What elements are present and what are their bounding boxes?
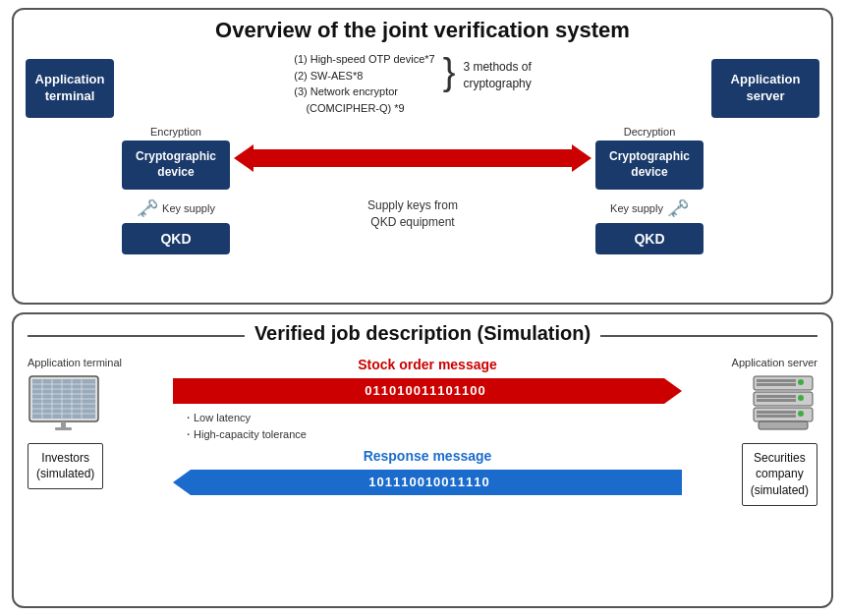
method-3b: (COMCIPHER-Q) *9 <box>294 100 434 117</box>
middle-row: Encryption Cryptographicdevice <box>122 126 704 190</box>
bottom-right: Application server <box>690 357 817 506</box>
brace-icon: } <box>443 53 456 90</box>
red-arrow-head <box>664 378 682 404</box>
decryption-label: Decryption <box>624 126 676 138</box>
server-icon <box>749 374 817 433</box>
arrow-body <box>254 149 572 167</box>
crypto-device-left: Cryptographicdevice <box>122 140 230 190</box>
app-terminal-box: Application terminal <box>26 59 114 118</box>
arrow-head-right <box>572 144 592 172</box>
qkd-box-right: QKD <box>595 223 704 254</box>
top-diagram: Application terminal (1) High-speed OTP … <box>26 51 819 293</box>
title-line-right <box>600 335 817 337</box>
stock-order-label: Stock order message <box>358 357 497 372</box>
red-arrow-container <box>230 144 595 172</box>
svg-rect-14 <box>61 421 66 427</box>
svg-point-27 <box>798 411 804 417</box>
key-supply-row-left: 🗝️ Key supply <box>137 197 215 219</box>
crypto-block-left: Encryption Cryptographicdevice <box>122 126 230 190</box>
bottom-center: Stock order message 011010011101100 ・Low… <box>165 357 690 497</box>
crypto-device-right: Cryptographicdevice <box>595 140 704 190</box>
supply-keys-label: Supply keys from QKD equipment <box>367 197 458 231</box>
bottom-diagram: Application terminal <box>28 357 817 598</box>
latency-point-2: ・High-capacity tolerance <box>183 426 307 444</box>
svg-rect-22 <box>757 399 796 402</box>
qkd-center-label: Supply keys from QKD equipment <box>230 197 595 231</box>
red-arrow <box>234 144 592 172</box>
title-line-left <box>28 335 245 337</box>
response-data: 101110010011110 <box>191 470 676 495</box>
encryption-label: Encryption <box>150 126 201 138</box>
stock-order-data: 011010011101100 <box>179 378 664 404</box>
crypto-device-left-label: Cryptographicdevice <box>136 149 216 180</box>
key-icon-left: 🗝️ <box>137 197 158 219</box>
method-3: (3) Network encryptor <box>294 84 434 100</box>
svg-rect-17 <box>757 379 796 382</box>
app-terminal-label: Application terminal <box>35 72 105 105</box>
bottom-app-terminal-label: Application terminal <box>28 357 122 368</box>
crypto-block-right: Decryption Cryptographicdevice <box>595 126 704 190</box>
bottom-title-row: Verified job description (Simulation) <box>28 322 817 351</box>
response-label: Response message <box>364 448 492 464</box>
bottom-left: Application terminal <box>28 357 165 490</box>
svg-rect-25 <box>757 411 796 414</box>
key-supply-text-left: Key supply <box>162 202 215 214</box>
investors-box: Investors (simulated) <box>28 443 103 490</box>
qkd-side-left: 🗝️ Key supply QKD <box>122 197 230 254</box>
svg-point-19 <box>798 379 804 385</box>
message-arrow-red: 011010011101100 <box>173 376 682 406</box>
svg-rect-18 <box>757 383 796 386</box>
main-container: Overview of the joint verification syste… <box>0 0 845 616</box>
qkd-box-left: QKD <box>122 223 230 254</box>
top-title: Overview of the joint verification syste… <box>26 18 819 43</box>
svg-rect-21 <box>757 395 796 398</box>
svg-rect-28 <box>759 421 808 429</box>
method-2: (2) SW-AES*8 <box>294 68 434 84</box>
investors-label: Investors (simulated) <box>36 451 94 481</box>
bottom-section: Verified job description (Simulation) Ap… <box>12 312 833 609</box>
crypto-device-right-label: Cryptographicdevice <box>609 149 690 180</box>
arrow-head-left <box>234 144 254 172</box>
blue-end <box>676 470 682 495</box>
blue-arrow-head <box>173 470 191 495</box>
methods-label: 3 methods ofcryptography <box>463 59 531 92</box>
key-icon-right: 🗝️ <box>667 197 689 219</box>
method-1: (1) High-speed OTP device*7 <box>294 51 434 68</box>
key-supply-text-right: Key supply <box>610 202 663 214</box>
securities-label: Securities company (simulated) <box>751 451 809 498</box>
monitor-icon <box>28 374 106 433</box>
qkd-row: 🗝️ Key supply QKD Supply keys from QKD e… <box>122 197 704 254</box>
key-supply-row-right: Key supply 🗝️ <box>610 197 689 219</box>
bottom-app-server-label: Application server <box>732 357 817 368</box>
qkd-side-right: Key supply 🗝️ QKD <box>595 197 704 254</box>
bottom-title: Verified job description (Simulation) <box>254 322 591 345</box>
svg-rect-15 <box>55 427 72 430</box>
latency-info: ・Low latency ・High-capacity tolerance <box>183 410 307 444</box>
message-arrow-blue: 101110010011110 <box>173 468 682 497</box>
top-section: Overview of the joint verification syste… <box>12 8 833 305</box>
methods-list: (1) High-speed OTP device*7 (2) SW-AES*8… <box>294 51 434 116</box>
app-server-box: Application server <box>711 59 819 118</box>
app-server-label: Application server <box>731 72 801 105</box>
svg-rect-26 <box>757 415 796 418</box>
svg-point-23 <box>798 395 804 401</box>
securities-box: Securities company (simulated) <box>742 443 817 506</box>
top-center: (1) High-speed OTP device*7 (2) SW-AES*8… <box>114 51 711 254</box>
methods-info: (1) High-speed OTP device*7 (2) SW-AES*8… <box>122 51 704 116</box>
latency-point-1: ・Low latency <box>183 410 307 427</box>
